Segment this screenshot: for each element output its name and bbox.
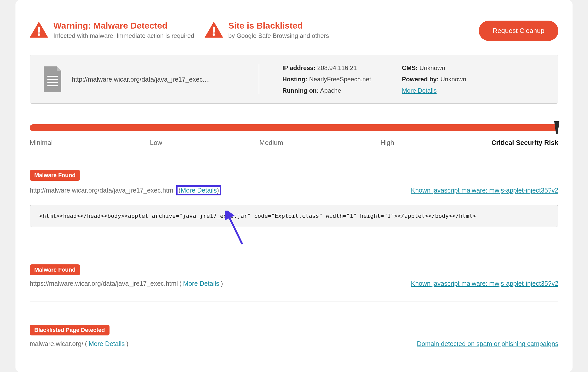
risk-level-medium: Medium (259, 139, 283, 147)
risk-bar (30, 124, 558, 131)
highlight-annotation: (More Details) (176, 185, 221, 195)
alert-malware-title: Warning: Malware Detected (53, 21, 194, 31)
alert-blacklist-subtitle: by Google Safe Browsing and others (228, 32, 329, 39)
warning-triangle-icon (205, 22, 223, 38)
svg-rect-7 (47, 85, 58, 86)
finding-url: http://malware.wicar.org/data/java_jre17… (30, 187, 175, 194)
site-more-details-link[interactable]: More Details (402, 87, 466, 94)
alert-blacklist: Site is Blacklisted by Google Safe Brows… (205, 21, 468, 39)
site-url: http://malware.wicar.org/data/java_jre17… (72, 76, 210, 83)
risk-level-critical: Critical Security Risk (491, 139, 558, 147)
svg-point-1 (38, 33, 40, 36)
svg-rect-5 (47, 79, 58, 80)
finding-url: malware.wicar.org/ (30, 340, 83, 348)
finding-badge: Malware Found (30, 264, 80, 275)
risk-section: Minimal Low Medium High Critical Securit… (30, 124, 558, 147)
alert-malware-subtitle: Infected with malware. Immediate action … (53, 32, 194, 39)
kv-ip: IP address: 208.94.116.21 (282, 64, 371, 72)
alert-malware: Warning: Malware Detected Infected with … (30, 21, 194, 39)
finding-block: Blacklisted Page Detected malware.wicar.… (30, 325, 558, 361)
warning-triangle-icon (30, 22, 48, 38)
alert-blacklist-title: Site is Blacklisted (228, 21, 329, 31)
paren: ) (126, 340, 128, 348)
finding-more-details-link[interactable]: More Details (89, 340, 125, 348)
risk-level-minimal: Minimal (30, 139, 53, 147)
risk-marker-icon (553, 121, 560, 134)
risk-level-low: Low (150, 139, 162, 147)
alerts-header: Warning: Malware Detected Infected with … (30, 21, 558, 41)
svg-rect-0 (38, 27, 40, 32)
kv-powered: Powered by: Unknown (402, 76, 466, 83)
finding-classification-link[interactable]: Domain detected on spam or phishing camp… (417, 340, 558, 348)
paren: ( (179, 280, 181, 287)
document-icon (42, 66, 63, 92)
paren: ) (221, 280, 223, 287)
request-cleanup-button[interactable]: Request Cleanup (479, 21, 558, 41)
finding-block: Malware Found https://malware.wicar.org/… (30, 264, 558, 301)
finding-badge: Malware Found (30, 170, 80, 181)
paren: ( (85, 340, 87, 348)
svg-point-3 (213, 33, 215, 36)
site-info-card: http://malware.wicar.org/data/java_jre17… (30, 55, 558, 104)
finding-classification-link[interactable]: Known javascript malware: mwjs-applet-in… (411, 280, 558, 287)
finding-badge: Blacklisted Page Detected (30, 325, 110, 335)
svg-rect-2 (213, 27, 215, 32)
svg-rect-4 (47, 76, 58, 77)
kv-cms: CMS: Unknown (402, 64, 466, 72)
finding-more-details-link[interactable]: More Details (181, 187, 217, 194)
kv-hosting: Hosting: NearlyFreeSpeech.net (282, 76, 371, 83)
finding-classification-link[interactable]: Known javascript malware: mwjs-applet-in… (411, 187, 558, 194)
finding-block: Malware Found http://malware.wicar.org/d… (30, 170, 558, 241)
kv-running: Running on: Apache (282, 87, 371, 94)
finding-more-details-link[interactable]: More Details (183, 280, 219, 287)
risk-level-high: High (380, 139, 394, 147)
finding-url: https://malware.wicar.org/data/java_jre1… (30, 280, 178, 287)
svg-rect-6 (47, 82, 58, 83)
finding-code-snippet: <html><head></head><body><applet archive… (30, 205, 558, 227)
